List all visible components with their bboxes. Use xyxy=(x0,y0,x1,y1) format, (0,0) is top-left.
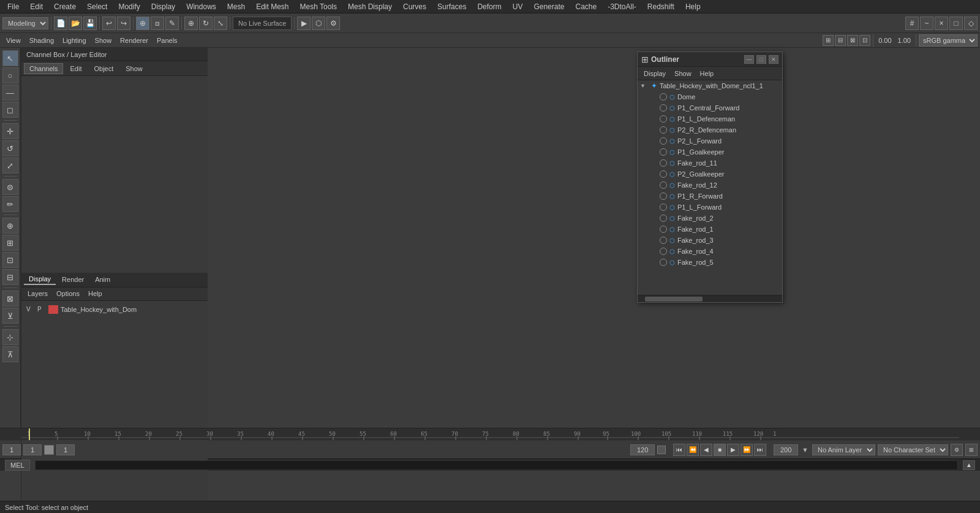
lighting-menu[interactable]: Lighting xyxy=(59,36,90,45)
rb-tab-render[interactable]: Render xyxy=(57,275,89,284)
mel-python-toggle[interactable]: MEL xyxy=(5,460,30,471)
item-vis-icon[interactable] xyxy=(660,137,667,145)
rotate-tool-button[interactable]: ↻ xyxy=(199,17,213,30)
outliner-item-fr3[interactable]: ⬡ Fake_rod_3 xyxy=(638,235,782,246)
show-menu[interactable]: Show xyxy=(91,36,116,45)
rotate-tool-lt[interactable]: ↺ xyxy=(2,140,18,156)
panels-menu[interactable]: Panels xyxy=(153,36,181,45)
layer-color-swatch[interactable] xyxy=(48,305,58,314)
menu-edit[interactable]: Edit xyxy=(25,1,48,12)
open-scene-button[interactable]: 📂 xyxy=(69,17,82,30)
menu-file[interactable]: File xyxy=(2,1,24,12)
outliner-content[interactable]: ▼ ✦ Table_Hockey_with_Dome_ncl1_1 ⬡ Dome… xyxy=(638,80,782,295)
outliner-display-menu[interactable]: Display xyxy=(640,69,669,78)
tab-edit[interactable]: Edit xyxy=(64,63,87,74)
ipr-button[interactable]: ⬡ xyxy=(312,17,325,30)
item-vis-icon[interactable] xyxy=(660,93,667,101)
move-tool-lt[interactable]: ✛ xyxy=(2,123,18,139)
outliner-show-menu[interactable]: Show xyxy=(671,69,695,78)
item-vis-icon[interactable] xyxy=(660,104,667,112)
redo-button[interactable]: ↪ xyxy=(117,17,130,30)
tab-object[interactable]: Object xyxy=(88,63,119,74)
edge-select-button[interactable]: — xyxy=(2,85,18,101)
snap-curve-button[interactable]: ~ xyxy=(920,17,933,30)
soft-select-button[interactable]: ⊻ xyxy=(2,308,18,324)
stop-button[interactable]: ■ xyxy=(714,444,726,456)
menu-edit-mesh[interactable]: Edit Mesh xyxy=(251,1,293,12)
view-menu[interactable]: View xyxy=(2,36,24,45)
item-vis-icon[interactable] xyxy=(660,148,667,156)
outliner-close-button[interactable]: ✕ xyxy=(769,55,778,64)
snap-surface-button[interactable]: ◇ xyxy=(964,17,978,30)
renderer-menu[interactable]: Renderer xyxy=(116,36,152,45)
gamma-selector[interactable]: sRGB gamma xyxy=(919,34,978,47)
select-tool-button[interactable]: ⊕ xyxy=(136,17,149,30)
layer-p-label[interactable]: P xyxy=(37,306,46,313)
outliner-item-fr5[interactable]: ⬡ Fake_rod_5 xyxy=(638,257,782,268)
render-settings-button[interactable]: ⚙ xyxy=(326,17,340,30)
sculpt-button[interactable]: ⊜ xyxy=(2,179,18,195)
snap-button[interactable]: ⊠ xyxy=(2,291,18,306)
outliner-item-dome[interactable]: ⬡ Dome xyxy=(638,91,782,102)
outliner-item-p2lf[interactable]: ⬡ P2_L_Forward xyxy=(638,135,782,146)
timeline-icon2[interactable]: ⊞ xyxy=(965,444,978,456)
render-button[interactable]: ▶ xyxy=(297,17,311,30)
layers-tab[interactable]: Layers xyxy=(24,289,51,298)
merge-button[interactable]: ⊟ xyxy=(2,269,18,285)
save-scene-button[interactable]: 💾 xyxy=(83,17,97,30)
step-back-button[interactable]: ⏪ xyxy=(687,444,699,456)
timeline-frame2-input[interactable] xyxy=(56,444,75,455)
go-to-end-button[interactable]: ⏭ xyxy=(754,444,766,456)
tab-channels[interactable]: Channels xyxy=(24,63,63,74)
menu-uv[interactable]: UV xyxy=(508,1,528,12)
menu-mesh-display[interactable]: Mesh Display xyxy=(343,1,397,12)
command-input[interactable] xyxy=(35,460,958,470)
outliner-hscrollbar[interactable] xyxy=(638,295,782,302)
options-tab[interactable]: Options xyxy=(53,289,83,298)
new-scene-button[interactable]: 📄 xyxy=(54,17,67,30)
snap-grid-button[interactable]: # xyxy=(905,17,919,30)
menu-create[interactable]: Create xyxy=(49,1,81,12)
misc-btn2[interactable]: ⊼ xyxy=(2,346,18,362)
outliner-help-menu[interactable]: Help xyxy=(696,69,718,78)
camera-btn4[interactable]: ⊡ xyxy=(859,35,870,46)
menu-surfaces[interactable]: Surfaces xyxy=(432,1,471,12)
camera-btn3[interactable]: ⊠ xyxy=(847,35,858,46)
layer-v-label[interactable]: V xyxy=(26,306,35,313)
menu-mesh[interactable]: Mesh xyxy=(222,1,250,12)
insert-edge-button[interactable]: ⊞ xyxy=(2,235,18,251)
move-tool-button[interactable]: ⊕ xyxy=(184,17,198,30)
item-vis-icon[interactable] xyxy=(660,203,667,211)
outliner-item-p1gk[interactable]: ⬡ P1_Goalkeeper xyxy=(638,146,782,158)
extrude-button[interactable]: ⊕ xyxy=(2,218,18,234)
paint-button[interactable]: ✏ xyxy=(2,196,18,212)
menu-select[interactable]: Select xyxy=(82,1,112,12)
outliner-item-fr1[interactable]: ⬡ Fake_rod_1 xyxy=(638,224,782,235)
outliner-item-p2rd[interactable]: ⬡ P2_R_Defenceman xyxy=(638,124,782,135)
help-tab[interactable]: Help xyxy=(85,289,106,298)
item-vis-icon[interactable] xyxy=(660,159,667,167)
mode-selector[interactable]: Modeling xyxy=(2,17,48,29)
play-forward-button[interactable]: ▶ xyxy=(727,444,739,456)
menu-generate[interactable]: Generate xyxy=(529,1,569,12)
face-select-button[interactable]: ◻ xyxy=(2,102,18,118)
timeline-max-input[interactable] xyxy=(774,444,798,455)
camera-btn2[interactable]: ⊟ xyxy=(835,35,846,46)
timeline-icon1[interactable]: ⚙ xyxy=(951,444,963,456)
outliner-item-fr4[interactable]: ⬡ Fake_rod_4 xyxy=(638,246,782,257)
menu-redshift[interactable]: Redshift xyxy=(643,1,679,12)
menu-mesh-tools[interactable]: Mesh Tools xyxy=(295,1,342,12)
menu-deform[interactable]: Deform xyxy=(472,1,506,12)
timeline-range-end-input[interactable] xyxy=(630,444,655,455)
item-vis-icon[interactable] xyxy=(660,192,667,200)
outliner-item-p1rf[interactable]: ⬡ P1_R_Forward xyxy=(638,191,782,202)
menu-modify[interactable]: Modify xyxy=(113,1,145,12)
rb-tab-anim[interactable]: Anim xyxy=(90,275,115,284)
outliner-item-p1ld[interactable]: ⬡ P1_L_Defenceman xyxy=(638,113,782,124)
menu-windows[interactable]: Windows xyxy=(181,1,221,12)
outliner-item-p2gk[interactable]: ⬡ P2_Goalkeeper xyxy=(638,169,782,180)
item-vis-icon[interactable] xyxy=(660,215,667,222)
outliner-item-fr11[interactable]: ⬡ Fake_rod_11 xyxy=(638,158,782,169)
outliner-item-fr12[interactable]: ⬡ Fake_rod_12 xyxy=(638,180,782,191)
outliner-item-fr2[interactable]: ⬡ Fake_rod_2 xyxy=(638,213,782,224)
